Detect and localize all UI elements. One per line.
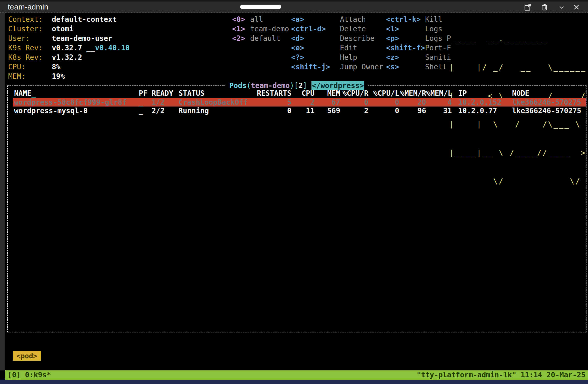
window-titlebar: team-admin [0,0,588,13]
pod-cpu-l: 0 [368,98,399,107]
context-row: Context:default-context [8,15,130,24]
breadcrumb-pod[interactable]: <pod> [13,351,41,361]
pod-restarts: 5 [257,98,291,107]
hotkey-describe: <d>Describe [291,34,383,43]
trash-icon[interactable] [540,3,549,12]
pod-mem-l: 31 [426,107,452,115]
pod-row-wordpress[interactable]: wordpress-58c8fcf999-glr8f _ 1/2 CrashLo… [13,98,586,107]
tmux-session-window: [0] 0:k9s* [8,370,51,380]
hotkey-sanitize: <z>Saniti [386,53,451,62]
desktop-edge-strip [0,380,588,384]
new-window-icon[interactable] [523,3,532,12]
tmux-host-clock: "tty-platform-admin-lk" 11:14 20-Mar-25 [417,370,585,380]
hotkey-kill: <ctrl-k>Kill [386,15,451,24]
pod-name: wordpress-58c8fcf999-glr8f [14,98,139,107]
hotkey-logs-previous: <p>Logs P [386,34,451,43]
cluster-info: Context:default-context Cluster:otomi Us… [8,15,130,81]
hotkey-jump-owner: <shift-j>Jump Owner [291,62,383,72]
hotkey-attach: <a>Attach [291,15,383,24]
k9s-update-version: v0.40.10 [95,44,130,52]
pod-mem: 67 [315,98,340,107]
pod-pf: _ [139,107,152,115]
window-left-edge [0,13,5,370]
pod-ready: 1/2 [152,98,179,107]
pod-mem-l: 4 [426,98,452,107]
pod-cpu-r: 0 [340,98,368,107]
hotkey-edit: <e>Edit [291,43,383,53]
hotkey-logs: <l>Logs [386,24,451,34]
pod-row-wordpress-mysql[interactable]: wordpress-mysql-0 _ 2/2 Running 0 11 569… [13,107,586,115]
pod-ready: 2/2 [152,107,179,115]
hotkey-delete: <ctrl-d>Delete [291,24,383,34]
namespace-name: team-demo [251,81,290,90]
action-hotkeys-col2: <ctrl-k>Kill <l>Logs <p>Logs P <shift-f>… [386,15,451,72]
namespace-hotkeys: <0>all <1>team-demo <2>default [232,15,289,43]
mem-row: MEM:19% [8,72,130,81]
pod-mem: 569 [315,107,340,115]
pod-cpu-r: 2 [340,107,368,115]
pod-name: wordpress-mysql-0 [14,107,139,115]
pod-node: lke366246-570275 [512,107,586,115]
hotkey-port-forward: <shift-f>Port-F [386,43,451,53]
pod-cpu: 11 [291,107,315,115]
pod-node: lke366246-570275 [512,98,586,107]
pod-status: Running [179,107,257,115]
tmux-status-bar: [0] 0:k9s* "tty-platform-admin-lk" 11:14… [5,370,588,380]
cluster-row: Cluster:otomi [8,24,130,34]
k9s-terminal: Context:default-context Cluster:otomi Us… [5,13,588,370]
filter-chip: </wordpress> [311,81,364,90]
k8s-rev-row: K8s Rev:v1.32.2 [8,53,130,62]
pod-cpu: 2 [291,98,315,107]
hotkey-ns-all: <0>all [232,15,289,24]
pod-cpu-l: 0 [368,107,399,115]
pod-count: 2 [298,81,303,90]
pod-ip: 10.2.0.152 [452,98,512,107]
pod-restarts: 0 [257,107,291,115]
pod-status: CrashLoopBackOff [179,98,257,107]
k9s-rev-row: K9s Rev:v0.32.7 __v0.40.10 [8,43,130,53]
close-icon[interactable] [572,3,581,12]
drag-handle[interactable] [240,5,281,9]
hotkey-help: <?>Help [291,53,383,62]
pods-panel-title: Pods(team-demo)[2] </wordpress> [11,81,583,91]
action-hotkeys-col1: <a>Attach <ctrl-d>Delete <d>Describe <e>… [291,15,383,72]
cpu-row: CPU:8% [8,62,130,72]
terminal-window: team-admin Context:default-context Clust… [0,0,588,384]
pod-mem-r: 96 [399,107,426,115]
resource-name: Pods [229,81,247,90]
window-title: team-admin [8,3,48,11]
hotkey-shell: <s>Shell [386,62,451,72]
pod-mem-r: 20 [399,98,426,107]
user-row: User:team-demo-user [8,34,130,43]
chevron-down-icon[interactable] [557,3,566,12]
pod-ip: 10.2.0.77 [452,107,512,115]
pods-table-panel: Pods(team-demo)[2] </wordpress> NAME_ PF… [7,85,586,332]
hotkey-ns-default: <2>default [232,34,289,43]
pod-pf: _ [139,98,152,107]
hotkey-ns-team-demo: <1>team-demo [232,24,289,34]
